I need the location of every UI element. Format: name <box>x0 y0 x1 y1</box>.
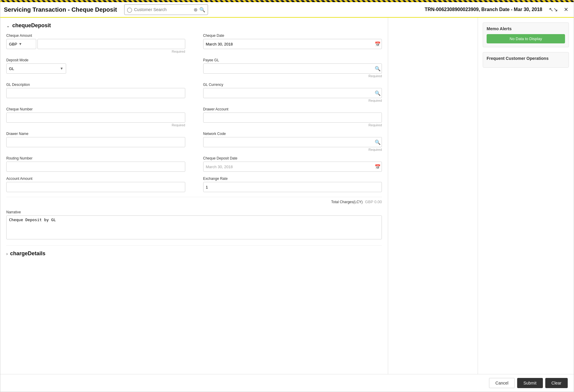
frequent-operations-section: Frequent Customer Operations <box>483 52 569 68</box>
title-bar-content: Servicing Transaction - Cheque Deposit ◯… <box>4 4 570 15</box>
customer-search-input[interactable] <box>134 7 194 12</box>
center-panel <box>388 18 478 374</box>
cheque-amount-required: Required <box>6 50 185 53</box>
no-data-button: No Data to Display <box>487 34 565 43</box>
payee-gl-input[interactable] <box>203 63 382 74</box>
narrative-textarea[interactable]: Cheque Deposit by GL <box>6 215 382 239</box>
drawer-name-group: Drawer Name <box>6 132 185 151</box>
cheque-date-wrapper: 📅 <box>203 39 382 49</box>
amount-row: GBP USD EUR ▼ <box>6 39 185 49</box>
routing-number-input[interactable] <box>6 162 185 172</box>
gl-currency-search-button[interactable]: 🔍 <box>375 90 381 96</box>
window-title: Servicing Transaction - Cheque Deposit <box>4 6 117 13</box>
network-code-group: Network Code 🔍 Required <box>203 132 382 151</box>
collapse-chevron: ⌄ <box>6 23 10 28</box>
cheque-deposit-section-header[interactable]: ⌄ chequeDeposit <box>6 22 382 29</box>
cheque-number-group: Cheque Number Required <box>6 107 185 127</box>
memo-alerts-section: Memo Alerts No Data to Display <box>483 22 569 47</box>
payee-gl-required: Required <box>203 74 382 78</box>
network-code-input[interactable] <box>203 137 382 147</box>
cheque-deposit-date-calendar-button[interactable]: 📅 <box>375 164 381 170</box>
cheque-number-label: Cheque Number <box>6 107 185 111</box>
network-code-wrapper: 🔍 <box>203 137 382 147</box>
close-button[interactable]: ✕ <box>562 6 570 13</box>
payee-gl-wrapper: 🔍 <box>203 63 382 74</box>
gl-currency-wrapper: 🔍 <box>203 88 382 98</box>
submit-button[interactable]: Submit <box>517 378 543 388</box>
account-amount-group: Account Amount <box>6 177 185 192</box>
form-row-7: Account Amount Exchange Rate <box>6 177 382 192</box>
exchange-rate-label: Exchange Rate <box>203 177 382 181</box>
gl-currency-group: GL Currency 🔍 Required <box>203 83 382 102</box>
gl-description-group: GL Description <box>6 83 185 102</box>
routing-number-group: Routing Number <box>6 156 185 172</box>
drawer-account-input[interactable] <box>203 113 382 123</box>
payee-gl-group: Payee GL 🔍 Required <box>203 58 382 78</box>
frequent-operations-title: Frequent Customer Operations <box>487 56 565 61</box>
gl-currency-label: GL Currency <box>203 83 382 87</box>
network-code-label: Network Code <box>203 132 382 136</box>
exchange-rate-input[interactable] <box>203 182 382 192</box>
cheque-number-required: Required <box>6 123 185 127</box>
form-area: ⌄ chequeDeposit Cheque Amount GBP USD EU… <box>0 18 388 374</box>
main-content: ⌄ chequeDeposit Cheque Amount GBP USD EU… <box>0 18 574 374</box>
total-charges-value: GBP 0.00 <box>365 200 382 204</box>
narrative-label: Narrative <box>6 210 382 214</box>
cheque-deposit-date-input[interactable] <box>203 162 382 172</box>
cheque-date-input[interactable] <box>203 39 382 49</box>
currency-dropdown[interactable]: GBP USD EUR <box>9 42 17 46</box>
currency-dropdown-arrow: ▼ <box>19 42 22 46</box>
cheque-number-input[interactable] <box>6 113 185 123</box>
title-stripe <box>0 0 574 2</box>
form-row-4: Cheque Number Required Drawer Account Re… <box>6 107 382 127</box>
routing-number-label: Routing Number <box>6 156 185 160</box>
person-icon: ◯ <box>127 7 132 13</box>
title-bar: Servicing Transaction - Cheque Deposit ◯… <box>0 0 574 18</box>
cancel-button[interactable]: Cancel <box>489 378 515 388</box>
form-row-2: Deposit Mode GL Cash Cheque ▼ Payee GL <box>6 58 382 78</box>
drawer-account-group: Drawer Account Required <box>203 107 382 127</box>
section-divider <box>6 245 382 246</box>
footer: Cancel Submit Clear <box>0 374 574 392</box>
cheque-date-calendar-button[interactable]: 📅 <box>375 41 381 47</box>
deposit-mode-dropdown[interactable]: GL Cash Cheque <box>9 66 59 71</box>
clear-button[interactable]: Clear <box>545 378 568 388</box>
customer-search-box[interactable]: ◯ ⊗ 🔍 <box>124 4 208 15</box>
drawer-name-input[interactable] <box>6 137 185 147</box>
cheque-deposit-date-wrapper: 📅 <box>203 162 382 172</box>
deposit-mode-group: Deposit Mode GL Cash Cheque ▼ <box>6 58 185 78</box>
charge-details-section-header[interactable]: › chargeDetails <box>6 250 382 257</box>
deposit-mode-dropdown-arrow: ▼ <box>60 66 63 71</box>
clear-search-button[interactable]: ⊗ <box>194 7 198 13</box>
deposit-mode-select[interactable]: GL Cash Cheque ▼ <box>6 63 66 74</box>
search-icons: ⊗ 🔍 <box>194 7 205 13</box>
search-button[interactable]: 🔍 <box>199 7 205 13</box>
gl-description-input[interactable] <box>6 88 185 98</box>
drawer-account-required: Required <box>203 123 382 127</box>
gl-currency-input[interactable] <box>203 88 382 98</box>
right-panel: Memo Alerts No Data to Display Frequent … <box>478 18 574 374</box>
currency-select[interactable]: GBP USD EUR ▼ <box>6 39 36 49</box>
narrative-group: Narrative Cheque Deposit by GL <box>6 210 382 239</box>
account-amount-input[interactable] <box>6 182 185 192</box>
form-row-6: Routing Number Cheque Deposit Date 📅 <box>6 156 382 172</box>
total-charges-row: Total Charges(LCY) GBP 0.00 <box>6 197 382 206</box>
expand-chevron: › <box>6 251 8 256</box>
memo-alerts-title: Memo Alerts <box>487 26 565 31</box>
network-code-search-button[interactable]: 🔍 <box>375 139 381 145</box>
form-row-1: Cheque Amount GBP USD EUR ▼ Required <box>6 34 382 53</box>
form-row-5: Drawer Name Network Code 🔍 Required <box>6 132 382 151</box>
total-charges-label: Total Charges(LCY) <box>331 200 362 204</box>
drawer-account-label: Drawer Account <box>203 107 382 111</box>
cheque-date-label: Cheque Date <box>203 34 382 38</box>
payee-gl-label: Payee GL <box>203 58 382 62</box>
charge-section-title: chargeDetails <box>10 250 45 257</box>
exchange-rate-group: Exchange Rate <box>203 177 382 192</box>
main-window: Servicing Transaction - Cheque Deposit ◯… <box>0 0 574 392</box>
cheque-amount-input[interactable] <box>37 39 185 49</box>
window-controls: ↖↘ ✕ <box>547 6 570 13</box>
network-code-required: Required <box>203 148 382 151</box>
expand-button[interactable]: ↖↘ <box>547 6 560 13</box>
payee-gl-search-button[interactable]: 🔍 <box>375 66 381 72</box>
cheque-deposit-date-group: Cheque Deposit Date 📅 <box>203 156 382 172</box>
